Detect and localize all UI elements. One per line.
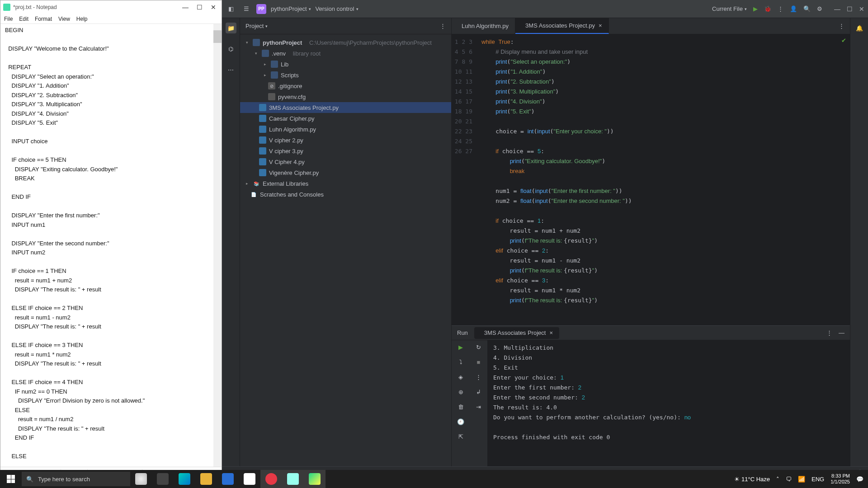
- hide-run-panel[interactable]: —: [839, 329, 844, 336]
- stop-icon[interactable]: ■: [477, 359, 481, 366]
- run-layers-button[interactable]: ◈: [458, 374, 463, 380]
- menu-view[interactable]: View: [58, 16, 70, 22]
- tree-lib[interactable]: ▸Lib: [240, 59, 451, 70]
- ide-minimize[interactable]: —: [834, 5, 840, 13]
- notepad-editor[interactable]: BEGIN DISPLAY "Welcome to the Calculator…: [0, 24, 222, 467]
- tab-luhn[interactable]: Luhn Algorithm.py: [452, 18, 515, 34]
- debug-button[interactable]: 🐞: [764, 5, 771, 12]
- tree-venv[interactable]: ▾.venv library root: [240, 48, 451, 59]
- settings-icon[interactable]: ⚙: [817, 5, 822, 12]
- main-menu-button[interactable]: ☰: [241, 4, 252, 14]
- tree-file-luhn[interactable]: Luhn Algorithm.py: [240, 124, 451, 135]
- store-icon[interactable]: [239, 470, 260, 488]
- notepad-window: *proj.txt - Notepad — ☐ ✕ File Edit Form…: [0, 0, 222, 478]
- tree-scripts[interactable]: ▸Scripts: [240, 70, 451, 80]
- action-center-icon[interactable]: 💬: [856, 476, 863, 483]
- tree-file-v2[interactable]: V cipher 2.py: [240, 135, 451, 145]
- more-tools-button[interactable]: ⋯: [226, 64, 236, 75]
- pycharm-taskbar-icon[interactable]: [304, 470, 326, 488]
- tree-scratches[interactable]: 📄Scratches and Consoles: [240, 189, 451, 200]
- menu-help[interactable]: Help: [76, 16, 88, 22]
- run-export-button[interactable]: ⇱: [458, 433, 463, 440]
- structure-tool-button[interactable]: ⌬: [226, 43, 236, 54]
- notepad-menubar: File Edit Format View Help: [0, 14, 222, 24]
- menu-file[interactable]: File: [4, 16, 13, 22]
- tab-options[interactable]: ⋮: [839, 23, 844, 29]
- scroll-end-icon[interactable]: ⇥: [476, 404, 481, 410]
- run-side-actions: ▶ ⤵ ◈ ⊕ 🗑 🕘 ⇱: [452, 340, 470, 466]
- taskbar-clock[interactable]: 8:33 PM1/1/2025: [830, 473, 850, 485]
- project-panel: Project▾ ⋮ ▾pythonProject C:\Users\temuj…: [240, 18, 452, 466]
- edge-icon[interactable]: [174, 470, 195, 488]
- vcs-dropdown[interactable]: Version control▾: [316, 5, 359, 12]
- run-config-dropdown[interactable]: Current File▾: [712, 5, 747, 12]
- panel-options[interactable]: ⋮: [440, 23, 446, 29]
- more-button[interactable]: ⋮: [778, 5, 783, 12]
- notifications-button[interactable]: 🔔: [854, 23, 865, 33]
- run-panel: Run 3MS Associates Project× ⋮ — ▶ ⤵ ◈ ⊕ …: [452, 325, 850, 466]
- close-tab-icon[interactable]: ×: [599, 22, 602, 29]
- minimize-button[interactable]: —: [182, 4, 189, 11]
- meet-now-icon[interactable]: 🗨: [786, 476, 792, 483]
- run-tab[interactable]: 3MS Associates Project×: [474, 327, 559, 339]
- tree-file-3ms[interactable]: 3MS Associates Project.py: [240, 102, 451, 113]
- menu-format[interactable]: Format: [35, 16, 52, 22]
- tray-chevron[interactable]: ˄: [776, 476, 779, 483]
- left-tool-strip: 📁 ⌬ ⋯: [222, 18, 240, 466]
- ide-maximize[interactable]: ☐: [847, 5, 853, 13]
- notepad-titlebar[interactable]: *proj.txt - Notepad — ☐ ✕: [0, 0, 222, 14]
- cortana-icon[interactable]: [130, 470, 152, 488]
- explorer-icon[interactable]: [195, 470, 217, 488]
- tree-gitignore[interactable]: ⊘.gitignore: [240, 80, 451, 91]
- tree-file-caesar[interactable]: Caesar Cipher.py: [240, 113, 451, 124]
- run-history-button[interactable]: 🕘: [457, 418, 464, 425]
- soft-wrap-icon[interactable]: ↲: [476, 389, 481, 395]
- notepad-taskbar-icon[interactable]: [282, 470, 304, 488]
- close-button[interactable]: ✕: [211, 4, 216, 11]
- line-gutter[interactable]: 1 2 3 4 5 6 7 8 9 10 11 12 13 14 15 16 1…: [452, 34, 477, 325]
- tree-file-v4[interactable]: V Cipher 4.py: [240, 156, 451, 167]
- pycharm-window: ◧ ☰ PP pythonProject▾ Version control▾ C…: [222, 0, 868, 478]
- notepad-text[interactable]: BEGIN DISPLAY "Welcome to the Calculator…: [0, 24, 222, 463]
- mail-icon[interactable]: [217, 470, 239, 488]
- inspection-ok-icon[interactable]: ✔: [841, 37, 846, 44]
- pycharm-toolbar: ◧ ☰ PP pythonProject▾ Version control▾ C…: [222, 0, 868, 18]
- code-with-me-icon[interactable]: 👤: [790, 5, 797, 12]
- rerun-button[interactable]: ▶: [458, 344, 463, 351]
- weather-widget[interactable]: ☀ 11°C Haze: [734, 476, 770, 483]
- run-step-button[interactable]: ⤵: [459, 359, 462, 366]
- ide-close[interactable]: ✕: [859, 5, 864, 13]
- language-indicator[interactable]: ENG: [811, 476, 824, 483]
- app-icon[interactable]: ◧: [226, 4, 236, 14]
- tree-root[interactable]: ▾pythonProject C:\Users\temuj\PycharmPro…: [240, 37, 451, 48]
- rerun-icon[interactable]: ↻: [476, 344, 481, 351]
- maximize-button[interactable]: ☐: [197, 4, 203, 11]
- scrollbar[interactable]: [213, 24, 222, 467]
- menu-edit[interactable]: Edit: [19, 16, 28, 22]
- project-panel-title[interactable]: Project▾: [245, 23, 268, 29]
- run-options[interactable]: ⋮: [826, 329, 832, 336]
- console-output[interactable]: 3. Multiplication 4. Division 5. Exit En…: [488, 340, 850, 466]
- run-filter-button[interactable]: ⊕: [458, 389, 463, 395]
- wifi-icon[interactable]: 📶: [798, 476, 805, 483]
- search-icon[interactable]: 🔍: [803, 5, 811, 12]
- editor-area: Luhn Algorithm.py 3MS Associates Project…: [452, 18, 850, 466]
- tree-external[interactable]: ▸📚External Libraries: [240, 178, 451, 189]
- tab-3ms[interactable]: 3MS Associates Project.py×: [515, 18, 609, 34]
- project-tool-button[interactable]: 📁: [226, 23, 236, 33]
- tree-file-v3[interactable]: V cipher 3.py: [240, 145, 451, 156]
- code-editor[interactable]: while True: # Display menu and take user…: [477, 34, 850, 325]
- taskbar-search[interactable]: 🔍Type here to search: [22, 472, 130, 486]
- recorder-icon[interactable]: [260, 470, 282, 488]
- close-run-tab[interactable]: ×: [549, 329, 553, 336]
- task-view-icon[interactable]: [152, 470, 174, 488]
- scroll-thumb[interactable]: [213, 30, 222, 43]
- tree-file-vigenere[interactable]: Vigenère Cipher.py: [240, 167, 451, 178]
- run-more[interactable]: ⋮: [476, 374, 481, 380]
- start-button[interactable]: [0, 470, 22, 488]
- project-dropdown[interactable]: pythonProject▾: [271, 5, 311, 12]
- run-delete-button[interactable]: 🗑: [458, 404, 464, 410]
- run-button[interactable]: ▶: [753, 5, 758, 12]
- project-tree[interactable]: ▾pythonProject C:\Users\temuj\PycharmPro…: [240, 34, 451, 466]
- tree-pyvenv[interactable]: pyvenv.cfg: [240, 91, 451, 102]
